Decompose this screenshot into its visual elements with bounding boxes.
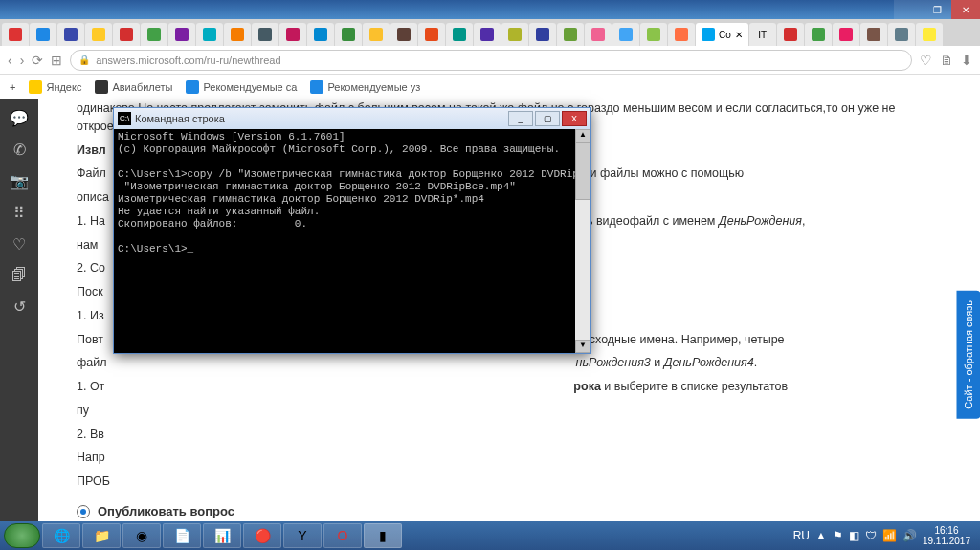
tab[interactable] [777, 23, 804, 46]
taskbar-item-opera[interactable]: O [323, 523, 362, 548]
tab[interactable] [474, 23, 501, 46]
tray-volume-icon[interactable]: 🔊 [902, 529, 917, 542]
tab[interactable] [307, 23, 334, 46]
os-close-button[interactable]: ✕ [951, 0, 980, 19]
tab[interactable] [916, 23, 943, 46]
tab[interactable] [141, 23, 167, 46]
clock-date: 19.11.2017 [923, 536, 970, 546]
scroll-track[interactable] [575, 200, 590, 340]
cmd-close-button[interactable]: X [562, 111, 587, 126]
cmd-titlebar[interactable]: C:\ Командная строка _ ▢ X [114, 108, 590, 129]
back-button[interactable]: ‹ [8, 53, 12, 68]
tab[interactable] [557, 23, 584, 46]
tray-icon[interactable]: 📶 [882, 529, 897, 542]
taskbar-item-ie[interactable]: 🌐 [42, 523, 80, 548]
tab[interactable] [335, 23, 362, 46]
radio-publish-question[interactable]: Опубликовать вопрос [77, 502, 942, 521]
taskbar-item-explorer[interactable]: 📁 [82, 523, 121, 548]
tray-lang[interactable]: RU [793, 529, 810, 542]
cmd-min-button[interactable]: _ [508, 111, 533, 126]
tray-icon[interactable]: ◧ [849, 529, 859, 542]
os-min-button[interactable]: ‒ [894, 0, 923, 19]
text: 1. От [77, 380, 104, 393]
bookmark-item[interactable]: Авиабилеты [95, 80, 172, 94]
whatsapp-icon[interactable]: ✆ [13, 141, 26, 159]
tab[interactable] [640, 23, 667, 46]
taskbar-item-chrome[interactable]: ◉ [122, 523, 161, 548]
tab[interactable] [446, 23, 473, 46]
text: и выберите в списке результатов [601, 380, 788, 393]
radio-label: Опубликовать вопрос [98, 502, 234, 521]
taskbar-item[interactable]: 🔴 [243, 523, 281, 548]
scroll-up-icon[interactable]: ▲ [575, 129, 590, 143]
note-icon[interactable]: 🗎 [940, 53, 953, 68]
tab[interactable] [833, 23, 859, 46]
text: файл [77, 356, 107, 369]
tab-active[interactable]: Cо ✕ [696, 23, 748, 46]
tab[interactable] [390, 23, 417, 46]
tab[interactable] [113, 23, 140, 46]
cmd-scrollbar[interactable]: ▲ ▼ [575, 129, 590, 353]
text: . [754, 356, 757, 369]
tab[interactable] [805, 23, 832, 46]
tab-opera[interactable] [2, 23, 29, 46]
tab[interactable] [57, 23, 84, 46]
tab[interactable] [529, 23, 556, 46]
url-input[interactable]: 🔒 answers.microsoft.com/ru-ru/newthread [70, 50, 912, 71]
taskbar-item[interactable]: 📊 [203, 523, 241, 548]
bookmarks-icon[interactable]: ♡ [12, 235, 26, 253]
cmd-max-button[interactable]: ▢ [535, 111, 560, 126]
messenger-icon[interactable]: 💬 [10, 109, 29, 127]
tab[interactable] [668, 23, 695, 46]
tab-close-icon[interactable]: ✕ [735, 30, 743, 40]
tab[interactable] [501, 23, 528, 46]
bookmark-item[interactable]: Яндекс [29, 80, 81, 94]
text: 2. Вв [77, 426, 942, 444]
tray-icon[interactable]: ▲ [815, 529, 827, 542]
tab[interactable] [279, 23, 306, 46]
news-icon[interactable]: 🗐 [11, 267, 27, 284]
scroll-thumb[interactable] [575, 143, 590, 200]
bookmark-item[interactable]: Рекомендуемые уз [310, 80, 420, 94]
text: 1. На [77, 214, 105, 228]
system-tray: RU ▲ ⚑ ◧ 🛡 📶 🔊 16:16 19.11.2017 [793, 525, 976, 546]
speeddial-icon[interactable]: ⠿ [13, 204, 25, 222]
forward-button[interactable]: › [20, 53, 25, 68]
download-icon[interactable]: ⬇ [961, 53, 972, 68]
tab[interactable] [363, 23, 390, 46]
reload-button[interactable]: ⟳ [32, 53, 43, 68]
cmd-window[interactable]: C:\ Командная строка _ ▢ X Microsoft Win… [113, 107, 591, 354]
tray-icon[interactable]: ⚑ [833, 529, 843, 542]
tab[interactable] [85, 23, 112, 46]
taskbar-item-cmd[interactable]: ▮ [364, 523, 402, 548]
feedback-tab[interactable]: Сайт - обратная связь [957, 291, 981, 419]
tab[interactable] [168, 23, 195, 46]
bookmark-item[interactable]: Рекомендуемые са [186, 80, 297, 94]
heart-icon[interactable]: ♡ [920, 53, 932, 68]
scroll-down-icon[interactable]: ▼ [575, 340, 590, 353]
taskbar-item[interactable]: 📄 [163, 523, 201, 548]
windows-taskbar: 🌐 📁 ◉ 📄 📊 🔴 Y O ▮ RU ▲ ⚑ ◧ 🛡 📶 🔊 16:16 1… [0, 521, 980, 550]
tab[interactable] [196, 23, 223, 46]
snapshot-icon[interactable]: 📷 [10, 172, 29, 190]
history-icon[interactable]: ↺ [13, 297, 26, 316]
start-button[interactable] [4, 523, 40, 548]
tab[interactable] [30, 23, 56, 46]
cmd-output[interactable]: Microsoft Windows [Version 6.1.7601] (c)… [114, 129, 575, 353]
tray-icon[interactable]: 🛡 [865, 529, 877, 542]
tab[interactable] [418, 23, 445, 46]
add-bookmark-button[interactable]: + [10, 81, 15, 93]
tab[interactable] [612, 23, 639, 46]
apps-button[interactable]: ⊞ [51, 53, 62, 68]
tab[interactable] [888, 23, 915, 46]
filename: ДеньРождения4 [664, 356, 754, 369]
tab[interactable] [252, 23, 278, 46]
tab[interactable] [224, 23, 251, 46]
tab[interactable] [585, 23, 612, 46]
tab[interactable] [860, 23, 887, 46]
taskbar-item-yandex[interactable]: Y [283, 523, 322, 548]
cmd-icon: C:\ [118, 112, 131, 125]
os-max-button[interactable]: ❐ [923, 0, 951, 19]
tab[interactable]: IT [749, 23, 776, 46]
tray-clock[interactable]: 16:16 19.11.2017 [923, 525, 976, 546]
